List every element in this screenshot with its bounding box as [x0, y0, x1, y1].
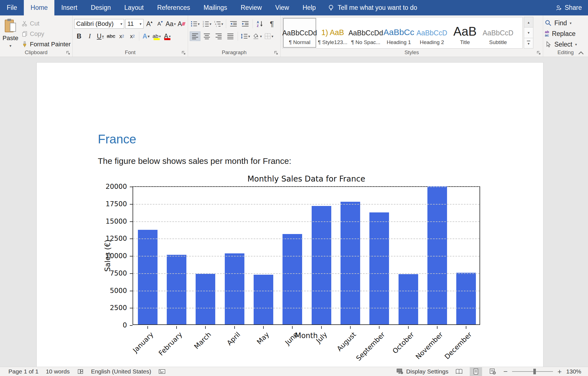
tab-insert[interactable]: Insert	[54, 0, 84, 15]
style-no-spacing[interactable]: AaBbCcDd ¶ No Spac...	[349, 18, 382, 48]
svg-text:Z: Z	[257, 24, 259, 27]
pilcrow-glyph: ¶	[270, 20, 274, 28]
borders-button[interactable]: ▾	[263, 31, 274, 41]
bullets-button[interactable]: ▾	[190, 19, 200, 29]
italic-button[interactable]: I	[85, 31, 94, 41]
macro-icon[interactable]	[158, 368, 166, 375]
tab-file[interactable]: File	[0, 0, 24, 15]
chart-bar-october	[399, 274, 418, 324]
align-left-button[interactable]	[190, 31, 200, 41]
chart-bar-march	[196, 274, 215, 324]
style-normal-label: ¶ Normal	[289, 39, 311, 45]
subscript-button[interactable]: x2	[117, 31, 126, 41]
style-heading1[interactable]: AaBbCc Heading 1	[382, 18, 415, 48]
tab-help[interactable]: Help	[296, 0, 322, 15]
styles-scroll-down-button[interactable]: ▾	[524, 27, 533, 38]
highlight-color-button[interactable]: ab▾	[152, 31, 161, 41]
replace-button[interactable]: abac Replace	[545, 29, 586, 38]
decrease-indent-button[interactable]	[228, 19, 239, 29]
multilevel-caret-icon: ▾	[221, 22, 223, 26]
increase-indent-button[interactable]	[240, 19, 251, 29]
font-name-combo[interactable]: Calibri (Body) ▾	[74, 19, 124, 29]
tab-review[interactable]: Review	[234, 0, 268, 15]
style-subtitle[interactable]: AaBbCcD Subtitle	[481, 18, 515, 48]
line-spacing-button[interactable]: ▾	[240, 31, 251, 41]
highlight-caret-icon: ▾	[159, 34, 161, 38]
zoom-in-button[interactable]: +	[557, 367, 562, 376]
word-count[interactable]: 10 words	[46, 368, 70, 375]
tab-home[interactable]: Home	[24, 0, 54, 15]
style-heading2[interactable]: AaBbCcD Heading 2	[415, 18, 448, 48]
style-normal[interactable]: AaBbCcDd ¶ Normal	[283, 18, 316, 48]
tab-layout[interactable]: Layout	[118, 0, 151, 15]
styles-more-button[interactable]: ▾	[524, 38, 533, 49]
display-settings-button[interactable]: Display Settings	[397, 368, 448, 375]
zoom-out-button[interactable]: −	[503, 367, 508, 376]
styles-group-label: Styles	[281, 49, 543, 56]
format-painter-button[interactable]: Format Painter	[22, 40, 71, 49]
bold-button[interactable]: B	[74, 31, 84, 41]
print-layout-button[interactable]	[470, 367, 482, 376]
strikethrough-button[interactable]: abc	[106, 31, 116, 41]
copy-icon	[22, 31, 28, 37]
tab-design[interactable]: Design	[84, 0, 118, 15]
styles-more-icon: ▾	[528, 42, 530, 46]
tell-me-box[interactable]: Tell me what you want to do	[328, 0, 417, 15]
document-heading: France	[98, 132, 136, 146]
show-hide-pilcrow-button[interactable]: ¶	[267, 19, 277, 29]
zoom-level[interactable]: 130%	[566, 368, 581, 375]
align-center-button[interactable]	[202, 31, 212, 41]
language-indicator[interactable]: English (United States)	[91, 368, 151, 375]
text-effects-button[interactable]: A▾	[141, 31, 151, 41]
sort-button[interactable]: AZ	[255, 19, 265, 29]
tab-references[interactable]: References	[151, 0, 197, 15]
tell-me-label: Tell me what you want to do	[338, 4, 417, 12]
paragraph-dialog-launcher[interactable]	[274, 50, 279, 55]
underline-button[interactable]: U▾	[96, 31, 105, 41]
clear-formatting-button[interactable]: A	[177, 19, 186, 29]
shrink-font-button[interactable]: A▾	[155, 19, 165, 29]
style-style123[interactable]: 1) AaB ¶ Style123...	[316, 18, 349, 48]
paste-dropdown-caret-icon[interactable]: ▾	[10, 43, 11, 48]
style-style123-label: ¶ Style123...	[318, 39, 347, 45]
collapse-ribbon-button[interactable]	[578, 51, 584, 55]
font-size-combo[interactable]: 11 ▾	[125, 19, 143, 29]
tab-view[interactable]: View	[268, 0, 296, 15]
font-dialog-launcher[interactable]	[181, 50, 186, 55]
numbering-caret-icon: ▾	[210, 22, 212, 26]
share-button[interactable]: Share	[555, 0, 582, 15]
superscript-n: 2	[133, 34, 135, 38]
document-page[interactable]: France The figure below shows sales per …	[36, 62, 543, 367]
cut-button[interactable]: Cut	[22, 19, 71, 28]
chart-figure[interactable]: Monthly Sales Data for France 0250050007…	[133, 174, 480, 348]
style-heading2-preview: AaBbCcD	[416, 29, 447, 37]
line-spacing-icon	[240, 33, 248, 40]
numbering-button[interactable]: 123▾	[202, 19, 212, 29]
find-button[interactable]: Find ▾	[545, 18, 586, 28]
styles-scroll-up-button[interactable]: ▴	[524, 17, 533, 27]
change-case-button[interactable]: Aa▾	[166, 19, 175, 29]
clipboard-dialog-launcher[interactable]	[66, 50, 71, 55]
proofing-icon[interactable]	[77, 368, 84, 375]
select-button[interactable]: Select ▾	[545, 40, 586, 49]
grow-font-button[interactable]: A▴	[145, 19, 154, 29]
chart-bar-may	[254, 275, 273, 324]
italic-glyph: I	[89, 33, 91, 40]
justify-button[interactable]	[225, 31, 236, 41]
shading-button[interactable]: ▾	[252, 31, 262, 41]
style-title[interactable]: AaB Title	[448, 18, 481, 48]
tab-mailings[interactable]: Mailings	[197, 0, 234, 15]
read-mode-button[interactable]	[453, 367, 465, 376]
superscript-button[interactable]: x2	[128, 31, 137, 41]
align-right-button[interactable]	[213, 31, 224, 41]
copy-button[interactable]: Copy	[22, 30, 71, 38]
zoom-slider[interactable]	[512, 371, 553, 372]
web-layout-button[interactable]	[487, 367, 499, 376]
page-indicator[interactable]: Page 1 of 1	[8, 368, 38, 375]
font-color-button[interactable]: A▾	[163, 31, 172, 41]
styles-dialog-launcher[interactable]	[536, 50, 541, 55]
multilevel-list-button[interactable]: 1ai▾	[213, 19, 224, 29]
paste-button[interactable]: Paste ▾	[2, 17, 19, 48]
ribbon: Paste ▾ Cut Copy Format Painter Clipboar…	[0, 15, 588, 57]
zoom-slider-handle[interactable]	[533, 369, 536, 374]
